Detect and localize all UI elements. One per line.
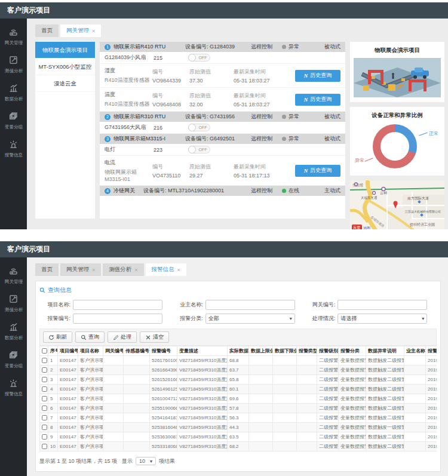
row-checkbox[interactable]: [42, 434, 47, 440]
field-input[interactable]: [337, 300, 427, 310]
table-cell: 客户演示项目: [78, 375, 103, 385]
remote-control-link[interactable]: 远程控制: [251, 187, 282, 195]
page-size-select[interactable]: 10 ▾: [136, 457, 156, 465]
column-header: 数据上限值: [249, 346, 273, 356]
sensor-field: 最新采集时间05-31 18:03:27: [234, 92, 293, 108]
query-form: 项目名称:业主名称:网关编号:报警编号:报警分类:全部▾处理情况:请选择▾: [39, 300, 437, 324]
row-checkbox[interactable]: [42, 406, 47, 411]
refresh-button[interactable]: 刷新: [43, 331, 72, 343]
row-checkbox[interactable]: [42, 396, 47, 401]
table-cell: V82718459/R310温度监测: [177, 385, 228, 394]
device-mode: 被动式: [315, 135, 340, 143]
tab-measure[interactable]: 测值分析×: [103, 263, 143, 276]
history-query-button[interactable]: N历史查询: [295, 94, 340, 106]
tab-close-icon[interactable]: ×: [92, 28, 95, 34]
row-checkbox[interactable]: [42, 367, 47, 373]
history-query-button[interactable]: N历史查询: [295, 165, 340, 177]
table-cell: 数据触发二级报警: [366, 375, 404, 385]
row-checkbox[interactable]: [42, 358, 47, 363]
device-number: 设备编号: G1284039: [185, 43, 251, 51]
tab-alarm[interactable]: 报警信息×: [146, 263, 186, 276]
sensor-field: 编号VO9844339: [152, 68, 189, 84]
sidebar-item-analysis[interactable]: 数据分析: [4, 322, 23, 341]
sensor-type: 湿度: [105, 67, 152, 75]
sidebar-item-alarm[interactable]: 报警信息: [4, 378, 23, 397]
field-input[interactable]: [73, 314, 162, 324]
gateway-icon: [8, 266, 19, 277]
field-select[interactable]: 全部▾: [205, 314, 295, 324]
alarm-icon: [8, 378, 19, 389]
toggle-state-label: OFF: [196, 56, 210, 60]
off-toggle[interactable]: OFF: [188, 124, 210, 131]
toggle-knob-icon: [188, 124, 196, 131]
select-all-checkbox[interactable]: [42, 348, 47, 354]
sidebar-item-gateway[interactable]: 网关管理: [4, 266, 23, 285]
sidebar-item-gateway[interactable]: 网关管理: [4, 27, 23, 46]
tab-gateway[interactable]: 网关管理×: [60, 24, 101, 37]
device-name: 物联展示箱R310 RTU: [113, 113, 185, 121]
sensor-row: 温度R410温湿度传感器编号VO9648408原始测值32.00最新采集时间05…: [100, 88, 345, 112]
project-list-item[interactable]: 漫途云盒: [35, 75, 95, 92]
table-cell: [124, 432, 150, 442]
right-panel: 物联展会演示项目: [350, 42, 444, 229]
tab-close-icon[interactable]: ×: [92, 267, 95, 273]
project-list-item[interactable]: 物联展会演示项目: [35, 42, 95, 59]
column-header: 报警级别: [317, 346, 339, 356]
row-checkbox[interactable]: [42, 386, 47, 392]
chevron-down-icon: ▾: [150, 459, 152, 464]
sidebar-item-analysis[interactable]: 数据分析: [4, 83, 23, 102]
off-toggle[interactable]: OFF: [188, 146, 210, 153]
table-cell: [124, 366, 150, 375]
section-index-badge: 2: [105, 114, 111, 120]
process-button[interactable]: 处理: [108, 331, 137, 343]
column-header: 网关编号: [103, 346, 124, 356]
alarm-table-container: 序号项目编号项目名称网关编号传感器编号报警编号变量描述实际数据值数据上限值数据下…: [39, 346, 437, 452]
analysis-icon: [8, 83, 19, 94]
remote-control-link[interactable]: 远程控制: [251, 113, 282, 121]
table-cell: 二级报警: [317, 404, 339, 413]
tab-close-icon[interactable]: ×: [177, 267, 180, 273]
status-dot-icon: [282, 45, 286, 49]
clear-button[interactable]: 清空: [140, 331, 169, 343]
field-input[interactable]: [205, 300, 295, 310]
row-checkbox[interactable]: [42, 425, 47, 430]
gateway-icon: [8, 27, 19, 38]
sidebar-item-measure[interactable]: 测值分析: [4, 55, 23, 74]
sidebar-item-label: 测值分析: [4, 306, 22, 312]
sidebar-item-group[interactable]: 变量分组: [4, 350, 23, 369]
column-header: 传感器编号: [124, 346, 150, 356]
sidebar-item-measure[interactable]: 测值分析: [4, 294, 23, 313]
table-cell: V82718459/R310温度监测: [177, 423, 228, 432]
tab-home[interactable]: 首页: [35, 263, 59, 276]
remote-control-link[interactable]: 远程控制: [251, 43, 282, 51]
device-status: 异常: [282, 43, 315, 51]
abnormal-callout-line: [364, 158, 373, 162]
field-select[interactable]: 请选择▾: [337, 314, 427, 324]
switch-row: 电灯223OFF: [100, 144, 345, 156]
project-list-item[interactable]: MT-SYX006小型监控: [35, 59, 95, 75]
table-cell: 52541641835: [150, 413, 177, 423]
table-cell: 二级报警: [317, 423, 339, 432]
field-input[interactable]: [73, 300, 162, 310]
tab-home[interactable]: 首页: [35, 24, 59, 37]
remote-control-link[interactable]: 远程控制: [251, 135, 282, 143]
search-button[interactable]: 查询: [75, 331, 105, 343]
raw-value: 37.30: [189, 78, 234, 84]
row-checkbox[interactable]: [42, 444, 47, 449]
tab-gateway[interactable]: 网关管理×: [60, 263, 101, 276]
table-row: 10E00147客户演示项目52533180687V82718459/R310温…: [40, 442, 437, 452]
status-text: 异常: [289, 43, 299, 51]
tab-close-icon[interactable]: ×: [134, 267, 137, 273]
row-select-cell: [40, 432, 48, 442]
table-cell: [124, 423, 150, 432]
history-query-button[interactable]: N历史查询: [295, 70, 340, 82]
baidu-map[interactable]: 生活馆 云林 天福东互通 南方国际大厦 江苏远大机械科技有限公司 纺织经济工业园…: [350, 180, 444, 229]
map-card[interactable]: 生活馆 云林 天福东互通 南方国际大厦 江苏远大机械科技有限公司 纺织经济工业园…: [350, 180, 444, 229]
sidebar-item-label: 网关管理: [4, 39, 22, 45]
row-checkbox[interactable]: [42, 377, 47, 382]
row-checkbox[interactable]: [42, 415, 47, 420]
off-toggle[interactable]: OFF: [188, 54, 210, 62]
query-form-row: 项目名称:业主名称:网关编号:: [39, 300, 437, 310]
sidebar-item-group[interactable]: 变量分组: [4, 111, 23, 130]
sidebar-item-alarm[interactable]: 报警信息: [4, 139, 23, 158]
